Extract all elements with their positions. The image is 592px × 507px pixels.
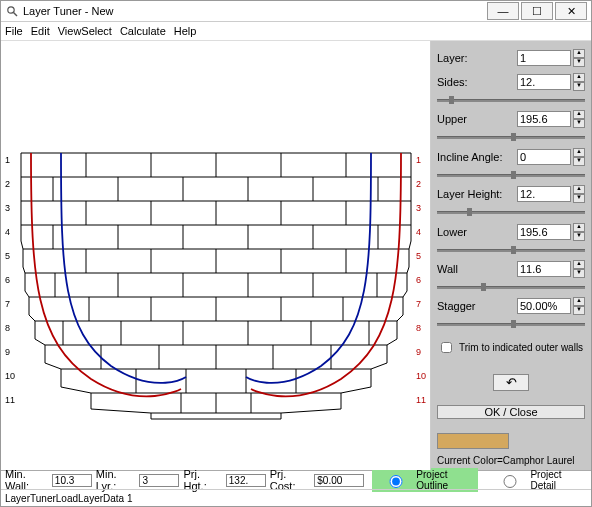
project-detail-radio-input[interactable] <box>495 475 525 488</box>
lower-spinner[interactable]: ▲▼ <box>573 223 585 241</box>
status-bar: Min. Wall: Min. Lyr.: Prj. Hgt.: Prj. Co… <box>1 470 591 489</box>
sides-label: Sides: <box>437 76 517 88</box>
menu-calculate[interactable]: Calculate <box>120 25 166 37</box>
color-swatch-label: Current Color=Camphor Laurel <box>437 455 585 466</box>
upper-slider[interactable] <box>437 133 585 137</box>
sides-input[interactable] <box>517 74 571 90</box>
upper-input[interactable] <box>517 111 571 127</box>
layer-label: Layer: <box>437 52 517 64</box>
project-detail-label: Project Detail <box>530 469 583 491</box>
close-button[interactable]: ✕ <box>555 2 587 20</box>
sides-spinner[interactable]: ▲▼ <box>573 73 585 91</box>
minwall-value[interactable] <box>52 474 92 487</box>
side-panel: Layer: ▲▼ Sides: ▲▼ Upper ▲▼ Incline Ang… <box>431 41 591 470</box>
stagger-input[interactable] <box>517 298 571 314</box>
prjhgt-value[interactable] <box>226 474 266 487</box>
layerh-slider[interactable] <box>437 208 585 212</box>
menu-help[interactable]: Help <box>174 25 197 37</box>
layer-input[interactable] <box>517 50 571 66</box>
stagger-slider[interactable] <box>437 320 585 324</box>
lower-input[interactable] <box>517 224 571 240</box>
svg-point-0 <box>8 7 14 13</box>
incline-spinner[interactable]: ▲▼ <box>573 148 585 166</box>
status-line-text: LayerTunerLoadLayerData 1 <box>5 493 133 504</box>
rotate-icon: ↶ <box>506 375 517 390</box>
lower-slider[interactable] <box>437 246 585 250</box>
main-area: 123 456 789 1011 123 456 789 1011 <box>1 41 591 470</box>
svg-line-1 <box>14 13 18 17</box>
layerh-input[interactable] <box>517 186 571 202</box>
prjcost-value[interactable] <box>314 474 364 487</box>
upper-label: Upper <box>437 113 517 125</box>
wall-slider[interactable] <box>437 283 585 287</box>
layerh-label: Layer Height: <box>437 188 517 200</box>
menu-viewselect[interactable]: ViewSelect <box>58 25 112 37</box>
menu-edit[interactable]: Edit <box>31 25 50 37</box>
color-swatch[interactable] <box>437 433 509 449</box>
menu-file[interactable]: File <box>5 25 23 37</box>
rotate-button[interactable]: ↶ <box>493 374 529 391</box>
incline-label: Incline Angle: <box>437 151 517 163</box>
layer-drawing <box>1 41 431 470</box>
ok-close-label: OK / Close <box>484 406 537 418</box>
ok-close-button[interactable]: OK / Close <box>437 405 585 419</box>
status-line: LayerTunerLoadLayerData 1 <box>1 489 591 506</box>
maximize-button[interactable]: ☐ <box>521 2 553 20</box>
sides-slider[interactable] <box>437 96 585 100</box>
trim-checkbox-row[interactable]: Trim to indicated outer walls <box>437 339 585 356</box>
app-icon <box>5 4 19 18</box>
incline-slider[interactable] <box>437 171 585 175</box>
minlyr-value[interactable] <box>139 474 179 487</box>
project-outline-label: Project Outline <box>416 469 474 491</box>
menu-bar: File Edit ViewSelect Calculate Help <box>1 22 591 41</box>
wall-input[interactable] <box>517 261 571 277</box>
title-bar: Layer Tuner - New — ☐ ✕ <box>1 1 591 22</box>
project-outline-radio-input[interactable] <box>381 475 411 488</box>
wall-spinner[interactable]: ▲▼ <box>573 260 585 278</box>
stagger-label: Stagger <box>437 300 517 312</box>
minimize-button[interactable]: — <box>487 2 519 20</box>
lower-label: Lower <box>437 226 517 238</box>
incline-input[interactable] <box>517 149 571 165</box>
layer-spinner[interactable]: ▲▼ <box>573 49 585 67</box>
layerh-spinner[interactable]: ▲▼ <box>573 185 585 203</box>
wall-label: Wall <box>437 263 517 275</box>
window-title: Layer Tuner - New <box>23 5 485 17</box>
trim-label: Trim to indicated outer walls <box>459 342 583 353</box>
app-window: Layer Tuner - New — ☐ ✕ File Edit ViewSe… <box>0 0 592 507</box>
stagger-spinner[interactable]: ▲▼ <box>573 297 585 315</box>
upper-spinner[interactable]: ▲▼ <box>573 110 585 128</box>
trim-checkbox[interactable] <box>441 342 452 353</box>
drawing-canvas[interactable]: 123 456 789 1011 123 456 789 1011 <box>1 41 431 470</box>
